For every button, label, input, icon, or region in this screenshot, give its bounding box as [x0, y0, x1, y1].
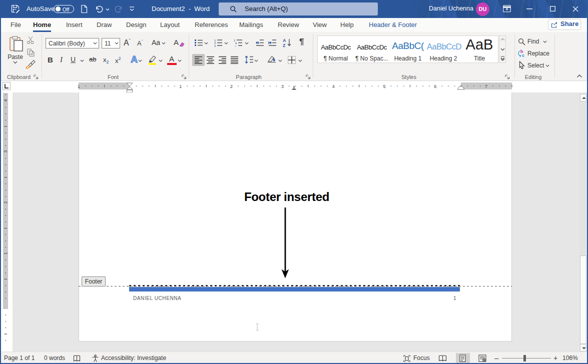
svg-text:A: A [131, 54, 138, 64]
svg-text:3: 3 [3, 150, 8, 152]
svg-text:A: A [283, 38, 286, 43]
svg-text:3: 3 [214, 44, 216, 48]
svg-text:i: i [235, 44, 236, 48]
svg-text:1: 1 [3, 252, 8, 254]
svg-text:4: 4 [3, 99, 8, 102]
svg-text:3: 3 [281, 84, 284, 89]
svg-text:1: 1 [78, 84, 80, 89]
svg-text:4: 4 [332, 84, 335, 89]
svg-text:c: c [522, 53, 524, 58]
svg-text:7: 7 [485, 84, 487, 89]
svg-text:1: 1 [179, 84, 182, 89]
svg-text:5: 5 [383, 84, 385, 89]
svg-text:Z: Z [283, 43, 286, 48]
svg-text:2: 2 [3, 201, 8, 204]
svg-text:2: 2 [230, 84, 233, 89]
svg-text:6: 6 [434, 84, 436, 89]
